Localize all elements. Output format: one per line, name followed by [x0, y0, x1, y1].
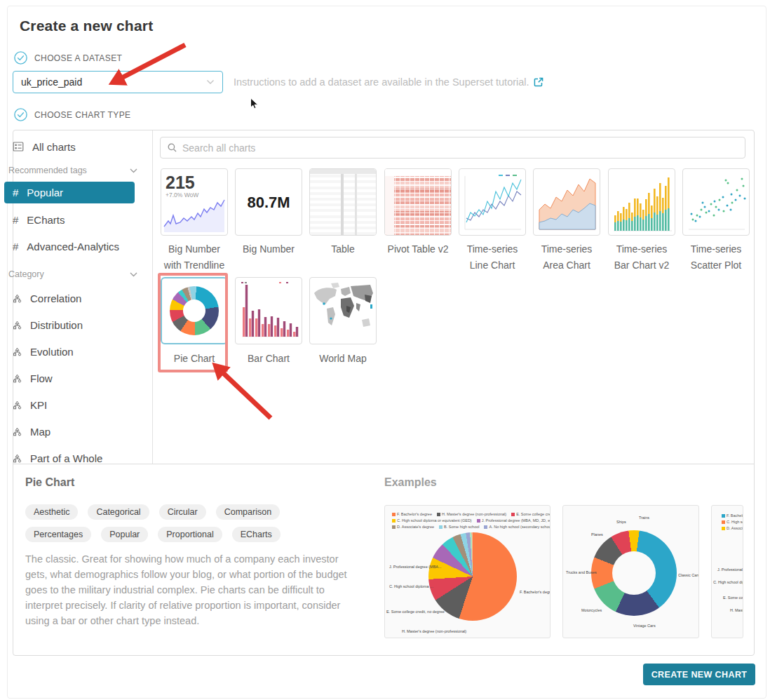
sidebar-item-flow[interactable]: Flow [13, 370, 132, 386]
sidebar-item-kpi[interactable]: KPI [13, 396, 132, 413]
sidebar-item-correlation[interactable]: Correlation [13, 290, 132, 307]
sidebar-item-echarts[interactable]: # ECharts [4, 209, 135, 231]
hash-icon: # [13, 214, 18, 226]
card-label-big-number[interactable]: Big Number [228, 241, 309, 257]
sidebar-item-label: Part of a Whole [30, 452, 102, 464]
sidebar-item-label: Flow [30, 372, 53, 384]
card-thumb-ts-bar[interactable] [608, 168, 675, 236]
external-link-icon[interactable] [534, 77, 543, 87]
hash-icon: # [13, 241, 18, 253]
tag-badge: Popular [101, 527, 148, 542]
card-thumb-pivot-table[interactable] [384, 168, 452, 236]
sidebar-item-distribution[interactable]: Distribution [13, 316, 132, 333]
example-clipped-image: F. Bachelor's degre C. High school diplo… [711, 505, 743, 638]
tag-badge: Aesthetic [25, 504, 78, 520]
chevron-down-icon [206, 79, 215, 85]
card-thumb-ts-area[interactable] [533, 168, 600, 236]
sitemap-icon [13, 347, 22, 356]
step-dataset: CHOOSE A DATASET [14, 51, 122, 65]
sidebar-item-label: Advanced-Analytics [27, 241, 119, 253]
card-thumb-ts-scatter[interactable] [682, 168, 750, 236]
dataset-instructions-text: Instructions to add a dataset are availa… [234, 76, 529, 88]
hash-icon: # [13, 187, 18, 198]
thumb-big-number-value: 215 [166, 173, 195, 192]
sitemap-icon [13, 454, 22, 463]
sidebar-item-label: Map [30, 426, 50, 438]
chart-tags: Aesthetic Categorical Circular Compariso… [25, 504, 327, 542]
example-donut-chart-image: Trains Ships Planes Trucks and Buses Mot… [562, 505, 699, 638]
selected-chart-name: Pie Chart [25, 476, 74, 489]
card-label-bar-chart[interactable]: Bar Chart [228, 351, 309, 367]
sidebar-item-map[interactable]: Map [13, 423, 132, 440]
choose-chart-type-label: CHOOSE CHART TYPE [34, 110, 131, 120]
card-thumb-big-number[interactable]: 80.7M [235, 168, 302, 236]
ballot-icon [13, 141, 24, 152]
sidebar-item-advanced-analytics[interactable]: # Advanced-Analytics [4, 236, 135, 257]
pie-chart-thumbnail [170, 286, 219, 335]
check-circle-icon [14, 51, 27, 65]
chart-search [160, 137, 745, 159]
chevron-down-icon [130, 168, 137, 173]
thumb-big-number-delta: +7.0% WoW [166, 191, 198, 198]
card-label-big-number-trendline[interactable]: Big Numberwith Trendline [154, 241, 235, 274]
create-new-chart-button[interactable]: CREATE NEW CHART [643, 664, 755, 685]
sidebar-section-recommended-tags[interactable]: Recommended tags [8, 166, 137, 175]
card-label-ts-area[interactable]: Time-seriesArea Chart [526, 241, 607, 274]
card-thumb-world-map[interactable] [309, 277, 377, 344]
section-header-label: Category [8, 269, 44, 279]
sitemap-icon [13, 294, 22, 303]
table-thumbnail [310, 169, 376, 235]
tag-badge: ECharts [232, 527, 281, 542]
card-thumb-table[interactable] [309, 168, 377, 236]
card-label-ts-scatter[interactable]: Time-seriesScatter Plot [675, 241, 757, 274]
sidebar-item-all-charts[interactable]: All charts [13, 138, 132, 155]
search-input[interactable] [182, 142, 738, 154]
search-icon [168, 143, 177, 152]
step-chart-type: CHOOSE CHART TYPE [14, 108, 131, 121]
tag-badge: Proportional [158, 527, 222, 542]
card-label-ts-line[interactable]: Time-seriesLine Chart [452, 241, 533, 274]
panel-divider [13, 464, 755, 464]
tag-badge: Comparison [216, 504, 280, 520]
sidebar-item-label: Evolution [30, 346, 74, 358]
chart-description: The classic. Great for showing how much … [25, 551, 356, 628]
sidebar-item-evolution[interactable]: Evolution [13, 343, 132, 360]
dataset-instructions: Instructions to add a dataset are availa… [234, 76, 543, 88]
card-label-pie-chart[interactable]: Pie Chart [154, 351, 235, 367]
sidebar-item-label: KPI [30, 399, 47, 411]
section-header-label: Recommended tags [8, 166, 87, 175]
card-label-pivot-table[interactable]: Pivot Table v2 [377, 241, 459, 257]
sidebar-item-label: ECharts [27, 214, 65, 226]
thumb-big-number-value: 80.7M [247, 194, 290, 211]
dataset-select[interactable]: uk_price_paid [13, 71, 223, 93]
sidebar-item-label: Distribution [30, 319, 83, 331]
card-thumb-big-number-trendline[interactable]: 215 +7.0% WoW [161, 168, 228, 236]
example-pie-chart-image: F. Bachelor's degree H. Master's degree … [384, 505, 551, 638]
example-donut [591, 530, 677, 616]
sidebar-item-label: All charts [32, 141, 76, 153]
examples-heading: Examples [384, 476, 437, 489]
pivot-thumbnail [385, 169, 451, 235]
page-title: Create a new chart [20, 18, 153, 34]
choose-dataset-label: CHOOSE A DATASET [34, 53, 122, 63]
card-label-ts-bar[interactable]: Time-seriesBar Chart v2 [601, 241, 682, 274]
sidebar-item-label: Popular [27, 187, 63, 198]
sitemap-icon [13, 401, 22, 410]
card-thumb-bar-chart[interactable] [235, 277, 302, 344]
tag-badge: Circular [159, 504, 206, 520]
sitemap-icon [13, 374, 22, 383]
dataset-select-value: uk_price_paid [21, 76, 206, 88]
sidebar-item-label: Correlation [30, 292, 81, 304]
card-label-world-map[interactable]: World Map [302, 351, 384, 367]
card-label-table[interactable]: Table [302, 241, 384, 257]
check-circle-icon [14, 108, 27, 121]
example-pie [428, 532, 517, 621]
tag-badge: Categorical [88, 504, 149, 520]
sidebar-item-popular[interactable]: # Popular [4, 182, 135, 203]
sitemap-icon [13, 427, 22, 436]
sitemap-icon [13, 321, 22, 330]
tag-badge: Percentages [25, 527, 91, 542]
sidebar-section-category[interactable]: Category [8, 269, 137, 279]
card-thumb-pie-chart[interactable] [161, 277, 228, 344]
card-thumb-ts-line[interactable] [459, 168, 526, 236]
